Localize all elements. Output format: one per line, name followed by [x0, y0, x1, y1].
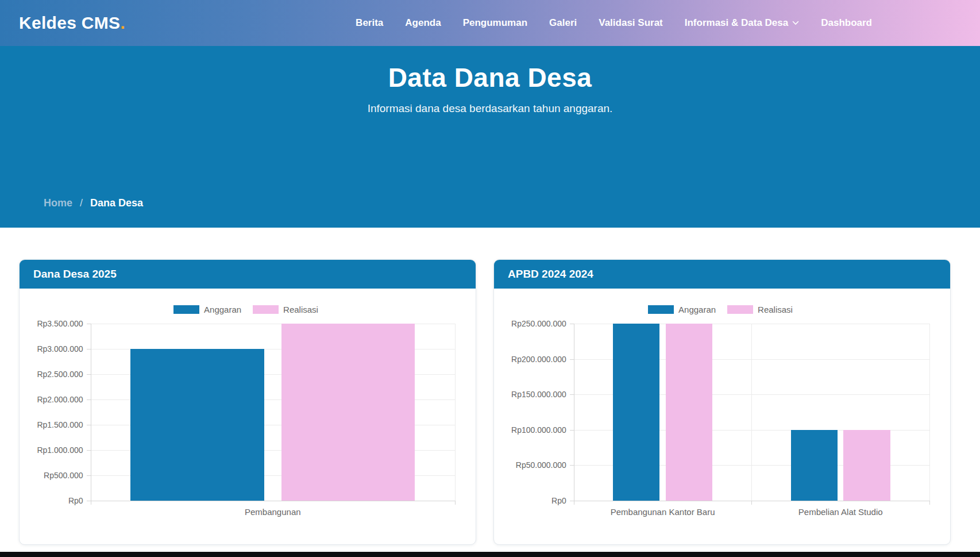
bar-anggaran[interactable] — [130, 349, 264, 501]
logo[interactable]: Keldes CMS. — [19, 13, 125, 33]
gridline-vertical — [455, 324, 456, 501]
breadcrumb-current: Dana Desa — [90, 197, 143, 209]
nav-item-validasi-surat[interactable]: Validasi Surat — [599, 17, 663, 29]
y-tick-label: Rp100.000.000 — [511, 425, 566, 435]
y-axis-tick — [87, 349, 91, 349]
y-axis-tick — [87, 425, 91, 425]
chart-area: Rp3.500.000Rp3.000.000Rp2.500.000Rp2.000… — [32, 324, 460, 517]
y-tick-label: Rp150.000.000 — [511, 390, 566, 399]
legend-label: Realisasi — [758, 305, 793, 314]
page-title: Data Dana Desa — [0, 46, 980, 93]
chart-legend: AnggaranRealisasi — [32, 305, 460, 314]
y-axis-tick — [87, 324, 91, 324]
x-axis-labels: Pembangunan Kantor BaruPembelian Alat St… — [574, 507, 929, 517]
content-area: Dana Desa 2025 AnggaranRealisasiRp3.500.… — [0, 228, 980, 545]
legend-swatch — [253, 305, 279, 314]
y-tick-label: Rp500.000 — [44, 471, 83, 480]
y-tick-label: Rp0 — [68, 496, 83, 505]
y-axis-tick — [570, 359, 574, 360]
legend-swatch — [648, 305, 674, 314]
y-tick-label: Rp0 — [551, 496, 566, 505]
legend-item-anggaran[interactable]: Anggaran — [648, 305, 716, 314]
y-axis-tick — [87, 399, 91, 400]
y-axis-tick — [570, 430, 574, 431]
y-axis-tick — [87, 501, 91, 501]
category-cell — [574, 324, 752, 501]
y-tick-label: Rp1.500.000 — [37, 420, 83, 429]
y-tick-label: Rp3.500.000 — [37, 319, 83, 328]
y-axis-tick — [87, 475, 91, 476]
chart-area: Rp250.000.000Rp200.000.000Rp150.000.000R… — [507, 324, 934, 517]
logo-dot: . — [120, 13, 125, 32]
bar-anggaran[interactable] — [791, 430, 838, 501]
card-title: Dana Desa 2025 — [20, 260, 476, 289]
x-category-label: Pembelian Alat Studio — [751, 507, 929, 517]
card-dana-desa-2025: Dana Desa 2025 AnggaranRealisasiRp3.500.… — [19, 259, 476, 545]
y-axis-tick — [570, 394, 574, 395]
bar-realisasi[interactable] — [843, 430, 890, 501]
y-axis-tick — [87, 374, 91, 375]
y-tick-label: Rp3.000.000 — [37, 344, 83, 354]
plot-grid — [574, 324, 929, 501]
card-apbd-2024: APBD 2024 2024 AnggaranRealisasiRp250.00… — [493, 259, 951, 545]
x-axis-tick — [91, 501, 91, 505]
legend-swatch — [727, 305, 753, 314]
page-subtitle: Informasi dana desa berdasarkan tahun an… — [0, 102, 980, 115]
y-axis-tick — [570, 465, 574, 466]
y-axis-labels: Rp250.000.000Rp200.000.000Rp150.000.000R… — [507, 324, 574, 501]
chart-legend: AnggaranRealisasi — [507, 305, 934, 314]
x-axis-tick — [455, 501, 456, 505]
gridline-vertical — [929, 324, 930, 501]
chevron-down-icon — [792, 21, 799, 25]
y-tick-label: Rp2.500.000 — [37, 370, 83, 379]
breadcrumb-home-link[interactable]: Home — [44, 197, 72, 209]
legend-label: Anggaran — [678, 305, 716, 314]
chart-dana-desa-2025: AnggaranRealisasiRp3.500.000Rp3.000.000R… — [20, 289, 476, 517]
legend-label: Anggaran — [204, 305, 241, 314]
y-tick-label: Rp200.000.000 — [511, 355, 566, 364]
x-axis-tick — [751, 501, 752, 505]
nav-item-agenda[interactable]: Agenda — [405, 17, 441, 29]
legend-item-realisasi[interactable]: Realisasi — [253, 305, 318, 314]
legend-swatch — [173, 305, 199, 314]
category-cell — [91, 324, 455, 501]
page: Keldes CMS. Berita Agenda Pengumuman Gal… — [0, 0, 980, 557]
y-axis-labels: Rp3.500.000Rp3.000.000Rp2.500.000Rp2.000… — [32, 324, 91, 501]
card-title: APBD 2024 2024 — [494, 260, 950, 289]
main-nav: Berita Agenda Pengumuman Galeri Validasi… — [356, 17, 872, 29]
nav-item-dashboard[interactable]: Dashboard — [821, 17, 872, 29]
bar-realisasi[interactable] — [666, 324, 713, 501]
y-axis-tick — [570, 501, 574, 501]
x-axis-tick — [574, 501, 574, 505]
plot-grid — [91, 324, 455, 501]
nav-item-berita[interactable]: Berita — [356, 17, 383, 29]
y-tick-label: Rp1.000.000 — [37, 445, 83, 455]
legend-item-realisasi[interactable]: Realisasi — [727, 305, 793, 314]
x-category-label: Pembangunan Kantor Baru — [574, 507, 752, 517]
navbar: Keldes CMS. Berita Agenda Pengumuman Gal… — [0, 0, 980, 46]
logo-text: Keldes CMS — [19, 13, 120, 32]
y-axis-tick — [87, 450, 91, 451]
plot-column: Pembangunan — [91, 324, 455, 517]
y-tick-label: Rp250.000.000 — [511, 319, 566, 328]
plot-column: Pembangunan Kantor BaruPembelian Alat St… — [574, 324, 929, 517]
x-axis-labels: Pembangunan — [91, 507, 455, 517]
y-tick-label: Rp50.000.000 — [516, 460, 566, 470]
x-category-label: Pembangunan — [91, 507, 455, 517]
breadcrumb-separator: / — [80, 197, 83, 209]
legend-label: Realisasi — [283, 305, 318, 314]
footer-strip — [0, 552, 980, 557]
nav-item-galeri[interactable]: Galeri — [549, 17, 577, 29]
nav-item-pengumuman[interactable]: Pengumuman — [463, 17, 527, 29]
hero-banner: Data Dana Desa Informasi dana desa berda… — [0, 46, 980, 228]
legend-item-anggaran[interactable]: Anggaran — [173, 305, 241, 314]
gridline-horizontal — [91, 501, 455, 501]
y-tick-label: Rp2.000.000 — [37, 395, 83, 404]
bar-anggaran[interactable] — [613, 324, 660, 501]
breadcrumb: Home / Dana Desa — [44, 197, 143, 209]
nav-item-informasi-data-desa[interactable]: Informasi & Data Desa — [685, 17, 799, 29]
category-cell — [751, 324, 929, 501]
chart-apbd-2024: AnggaranRealisasiRp250.000.000Rp200.000.… — [494, 289, 950, 517]
bar-realisasi[interactable] — [281, 324, 415, 501]
y-axis-tick — [570, 324, 574, 324]
